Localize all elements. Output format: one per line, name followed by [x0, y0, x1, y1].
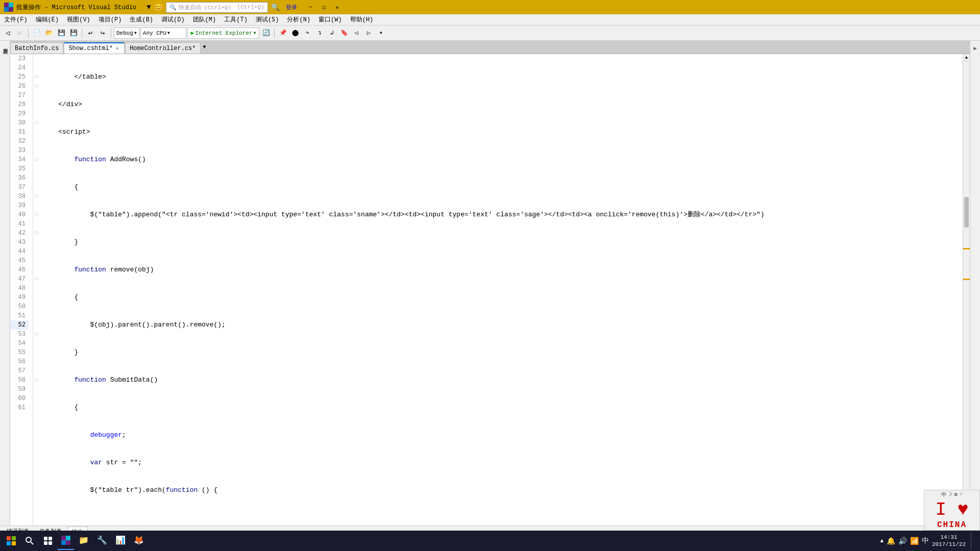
menu-help[interactable]: 帮助(H)	[346, 14, 378, 25]
tab-show-close[interactable]: ✕	[115, 45, 120, 52]
tab-homecontroller[interactable]: HomeController.cs*	[125, 42, 201, 54]
new-file-button[interactable]: 📄	[31, 28, 42, 39]
menu-project[interactable]: 项目(P)	[94, 14, 126, 25]
solution-explorer-button[interactable]: 解决方案	[1, 43, 9, 46]
step-out-button[interactable]: ↲	[326, 28, 337, 39]
show-desktop-button[interactable]	[971, 532, 974, 550]
back-button[interactable]: ◁	[2, 28, 13, 39]
gutter-26[interactable]: □	[33, 82, 40, 91]
nav-hist-button[interactable]: ▾	[375, 28, 386, 39]
debug-config-dropdown[interactable]: Debug ▼	[114, 28, 139, 39]
scroll-thumb[interactable]	[964, 197, 969, 228]
tabs-arrow[interactable]: ▼	[201, 44, 208, 50]
code-editor[interactable]: 23 24 25 26 27 28 29 30 31 32 33 34 35 3…	[10, 54, 970, 525]
clock-date: 2017/11/22	[932, 541, 966, 548]
line-num-43: 43	[10, 238, 29, 247]
restore-button[interactable]: ◻	[317, 3, 331, 12]
menu-tools[interactable]: 工具(T)	[220, 14, 252, 25]
open-file-button[interactable]: 📂	[43, 28, 55, 39]
search-magnify-icon[interactable]: 🔍	[271, 3, 280, 12]
menu-analyze[interactable]: 分析(N)	[283, 14, 314, 25]
redo-button[interactable]: ↪	[97, 28, 108, 39]
login-button[interactable]: 登录	[283, 4, 300, 11]
debug-config-label: Debug	[116, 30, 133, 36]
taskbar-vs-app[interactable]	[57, 532, 75, 550]
cpu-config-arrow: ▼	[167, 31, 170, 35]
gutter-53[interactable]: □	[33, 330, 40, 339]
tab-batchinfo[interactable]: BatchInfo.cs	[10, 42, 63, 54]
gutter-25[interactable]: □	[33, 72, 40, 82]
minimize-button[interactable]: ─	[304, 3, 317, 12]
menu-team[interactable]: 团队(M)	[189, 14, 220, 25]
code-text[interactable]: </table> </div> <script> function AddRow…	[40, 54, 970, 525]
close-button[interactable]: ✕	[331, 3, 344, 12]
svg-rect-6	[7, 541, 11, 545]
line-num-47: 47	[10, 274, 29, 284]
taskbar-app-4[interactable]: 📊	[111, 532, 130, 550]
cpu-config-dropdown[interactable]: Any CPU ▼	[140, 28, 186, 39]
smiley-icon[interactable]: 😊	[154, 3, 163, 12]
step-in-button[interactable]: ↴	[314, 28, 325, 39]
tray-expand-icon[interactable]: ▲	[880, 538, 884, 544]
gutter-58[interactable]: □	[33, 375, 40, 385]
tray-icon-1[interactable]: 🔔	[887, 537, 895, 545]
start-button[interactable]	[2, 532, 20, 550]
quick-launch-search[interactable]: 🔍 快速启动 (Ctrl+Q) (Ctrl+Q)	[166, 2, 268, 13]
save-button[interactable]: 💾	[56, 28, 67, 39]
app4-icon: 📊	[115, 535, 126, 545]
gutter-47[interactable]: □	[33, 274, 40, 284]
taskbar-search-button[interactable]	[20, 532, 39, 550]
taskbar-app-5[interactable]: 🦊	[130, 532, 148, 550]
gutter-35	[33, 164, 40, 173]
code-line-27: {	[42, 183, 970, 192]
search-shortcut: (Ctrl+Q)	[237, 4, 264, 10]
gutter-38[interactable]: □	[33, 192, 40, 201]
nav-back-button[interactable]: ◁	[351, 28, 362, 39]
save-all-button[interactable]: 💾	[68, 28, 79, 39]
bookmark-button[interactable]: 🔖	[338, 28, 350, 39]
china-heart: I ♥	[936, 499, 969, 520]
left-vertical-panel: 解决方案	[0, 41, 10, 536]
tray-icon-2[interactable]: 🔊	[898, 537, 907, 545]
right-panel-button[interactable]: ▶	[973, 43, 977, 54]
menu-build[interactable]: 生成(B)	[126, 14, 157, 25]
tray-icon-3[interactable]: 📶	[910, 537, 919, 545]
svg-rect-3	[9, 7, 13, 12]
filter-icon[interactable]: ▼	[146, 3, 151, 11]
app5-icon: 🦊	[134, 535, 144, 545]
menu-window[interactable]: 窗口(W)	[314, 14, 346, 25]
taskview-button[interactable]	[39, 532, 57, 550]
menu-file[interactable]: 文件(F)	[0, 14, 32, 25]
taskbar-explorer-app[interactable]: 📁	[75, 532, 93, 550]
step-over-button[interactable]: ↷	[302, 28, 313, 39]
scroll-marker-1	[963, 248, 970, 249]
gutter-34[interactable]: □	[33, 155, 40, 164]
menu-edit[interactable]: 编辑(E)	[32, 14, 63, 25]
code-line-33: }	[42, 348, 970, 357]
code-line-36: debugger;	[42, 431, 970, 440]
vertical-scrollbar[interactable]: ▲ ▼	[963, 54, 970, 525]
menu-debug[interactable]: 调试(D)	[157, 14, 189, 25]
gutter-50	[33, 302, 40, 311]
gutter-42[interactable]: □	[33, 229, 40, 238]
line-num-23: 23	[10, 54, 29, 63]
nav-fwd-button[interactable]: ▷	[363, 28, 374, 39]
tray-lang[interactable]: 中	[922, 536, 929, 545]
breakpoints-button[interactable]: ⬤	[289, 28, 301, 39]
tab-show-cshtml[interactable]: Show.cshtml* ✕	[64, 42, 124, 54]
gutter-56	[33, 357, 40, 366]
refresh-button[interactable]: 🔄	[260, 28, 272, 39]
code-line-24: </div>	[42, 100, 970, 109]
undo-button[interactable]: ↩	[85, 28, 96, 39]
menu-test[interactable]: 测试(S)	[252, 14, 283, 25]
run-button[interactable]: ▶ Internet Explorer ▼	[187, 28, 260, 39]
china-icon-3: ✿	[954, 491, 958, 498]
attach-button[interactable]: 📌	[277, 28, 288, 39]
gutter-39	[33, 201, 40, 210]
taskbar-app-3[interactable]: 🔧	[93, 532, 111, 550]
menu-view[interactable]: 视图(V)	[63, 14, 94, 25]
gutter-40[interactable]: □	[33, 210, 40, 219]
forward-button[interactable]: ▷	[14, 28, 26, 39]
scroll-up-button[interactable]: ▲	[963, 54, 970, 61]
gutter-30[interactable]: □	[33, 118, 40, 128]
